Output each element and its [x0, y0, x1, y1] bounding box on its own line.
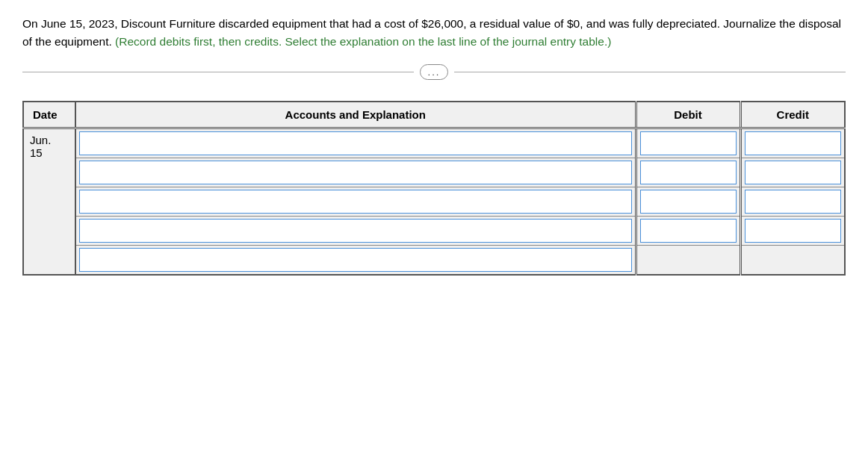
debit-cell-5 — [636, 246, 740, 276]
header-debit: Debit — [636, 102, 740, 128]
credit-cell-5 — [740, 246, 845, 276]
table-row — [23, 217, 845, 246]
header-date: Date — [23, 102, 75, 128]
header-accounts: Accounts and Explanation — [75, 102, 636, 128]
ellipsis-button[interactable]: ... — [420, 64, 449, 80]
debit-cell-3 — [636, 187, 740, 217]
problem-instruction: (Record debits first, then credits. Sele… — [115, 35, 611, 48]
divider: ... — [22, 64, 846, 80]
credit-cell-4 — [740, 217, 845, 246]
debit-input-4[interactable] — [640, 219, 737, 243]
credit-input-2[interactable] — [745, 161, 842, 184]
date-month: Jun. — [30, 134, 69, 146]
date-cell: Jun. 15 — [23, 128, 75, 276]
date-day: 15 — [30, 146, 69, 159]
accounts-input-5[interactable] — [79, 248, 632, 272]
accounts-cell-2 — [75, 158, 636, 187]
divider-line-left — [22, 72, 414, 72]
debit-input-3[interactable] — [640, 190, 737, 214]
table-row: Jun. 15 — [23, 128, 845, 158]
accounts-input-3[interactable] — [79, 190, 632, 214]
credit-cell-2 — [740, 158, 845, 187]
header-credit: Credit — [740, 102, 845, 128]
problem-container: On June 15, 2023, Discount Furniture dis… — [22, 15, 846, 276]
accounts-input-4[interactable] — [79, 219, 632, 243]
accounts-cell-4 — [75, 217, 636, 246]
debit-cell-1 — [636, 128, 740, 158]
credit-input-3[interactable] — [745, 190, 842, 214]
debit-input-1[interactable] — [640, 131, 737, 155]
journal-table: Date Accounts and Explanation Debit Cred… — [22, 101, 846, 276]
credit-input-1[interactable] — [745, 131, 842, 155]
problem-text: On June 15, 2023, Discount Furniture dis… — [22, 15, 846, 51]
debit-cell-4 — [636, 217, 740, 246]
accounts-input-1[interactable] — [79, 131, 632, 155]
table-row last-row — [23, 246, 845, 276]
divider-line-right — [454, 72, 846, 72]
accounts-cell-5 — [75, 246, 636, 276]
debit-input-2[interactable] — [640, 161, 737, 184]
table-header-row: Date Accounts and Explanation Debit Cred… — [23, 102, 845, 128]
accounts-cell-1 — [75, 128, 636, 158]
credit-cell-3 — [740, 187, 845, 217]
credit-cell-1 — [740, 128, 845, 158]
debit-cell-2 — [636, 158, 740, 187]
accounts-cell-3 — [75, 187, 636, 217]
credit-input-4[interactable] — [745, 219, 842, 243]
table-row — [23, 187, 845, 217]
accounts-input-2[interactable] — [79, 161, 632, 184]
table-row — [23, 158, 845, 187]
